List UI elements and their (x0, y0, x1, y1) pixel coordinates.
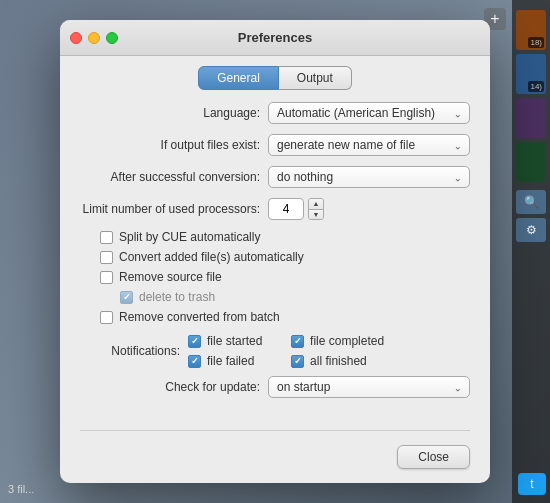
processors-label: Limit number of used processors: (80, 202, 260, 216)
processors-decrement[interactable]: ▼ (309, 210, 323, 220)
check-update-label: Check for update: (80, 380, 260, 394)
traffic-lights (70, 32, 118, 44)
language-control: Automatic (American English) (268, 102, 470, 124)
checkbox-split-cue[interactable] (100, 231, 113, 244)
notif-file-started-row: file started (188, 334, 281, 348)
notif-file-failed-row: file failed (188, 354, 281, 368)
checkbox-remove-source-row: Remove source file (100, 270, 470, 284)
tab-output[interactable]: Output (279, 66, 352, 90)
tabs-container: General Output (60, 56, 490, 98)
close-button[interactable]: Close (397, 445, 470, 469)
checkbox-remove-source-label: Remove source file (119, 270, 222, 284)
checkbox-remove-batch-label: Remove converted from batch (119, 310, 280, 324)
after-conversion-select-wrapper: do nothing open output folder quit appli… (268, 166, 470, 188)
maximize-traffic-light[interactable] (106, 32, 118, 44)
notif-all-finished-label: all finished (310, 354, 367, 368)
processors-input[interactable] (268, 198, 304, 220)
notifications-label: Notifications: (80, 344, 180, 358)
check-update-control: on startup daily weekly never (268, 376, 470, 398)
form-area: Language: Automatic (American English) I… (60, 98, 490, 424)
checkbox-delete-trash[interactable] (120, 291, 133, 304)
after-conversion-select[interactable]: do nothing open output folder quit appli… (268, 166, 470, 188)
preferences-dialog: Preferences General Output Language: Aut… (60, 20, 490, 483)
sidebar-thumb-3[interactable] (516, 98, 546, 138)
notif-file-failed-label: file failed (207, 354, 254, 368)
bottom-row: Close (60, 437, 490, 483)
notifications-grid: file started file completed file failed … (188, 334, 384, 368)
processors-increment[interactable]: ▲ (309, 199, 323, 210)
minimize-traffic-light[interactable] (88, 32, 100, 44)
checkbox-split-cue-label: Split by CUE automatically (119, 230, 260, 244)
notif-file-completed-checkbox[interactable] (291, 335, 304, 348)
sidebar-thumb-2[interactable]: 14) (516, 54, 546, 94)
processors-stepper-arrows: ▲ ▼ (308, 198, 324, 220)
sidebar-thumb-4[interactable] (516, 142, 546, 182)
after-conversion-label: After successful conversion: (80, 170, 260, 184)
divider (80, 430, 470, 431)
notif-file-failed-checkbox[interactable] (188, 355, 201, 368)
tab-general[interactable]: General (198, 66, 279, 90)
notif-file-started-checkbox[interactable] (188, 335, 201, 348)
notif-file-completed-label: file completed (310, 334, 384, 348)
checkbox-delete-trash-row: delete to trash (120, 290, 470, 304)
sidebar-right: 18) 14) 🔍 ⚙ (512, 0, 550, 503)
sidebar-files-label: 3 fil... (8, 483, 34, 495)
notifications-row: Notifications: file started file complet… (80, 334, 470, 368)
language-label: Language: (80, 106, 260, 120)
desktop-background: 18) 14) 🔍 ⚙ + 3 fil... t Pref (0, 0, 550, 503)
checkbox-convert-added[interactable] (100, 251, 113, 264)
checkbox-remove-batch-row: Remove converted from batch (100, 310, 470, 324)
sidebar-badge-2: 14) (528, 81, 544, 92)
processors-stepper: ▲ ▼ (268, 198, 470, 220)
after-conversion-row: After successful conversion: do nothing … (80, 166, 470, 188)
checkbox-convert-added-row: Convert added file(s) automatically (100, 250, 470, 264)
language-select[interactable]: Automatic (American English) (268, 102, 470, 124)
language-select-wrapper: Automatic (American English) (268, 102, 470, 124)
sidebar-thumb-1[interactable]: 18) (516, 10, 546, 50)
sidebar-search-btn[interactable]: 🔍 (516, 190, 546, 214)
output-files-select[interactable]: generate new name of file overwrite skip (268, 134, 470, 156)
output-files-row: If output files exist: generate new name… (80, 134, 470, 156)
close-traffic-light[interactable] (70, 32, 82, 44)
output-files-label: If output files exist: (80, 138, 260, 152)
processors-row: Limit number of used processors: ▲ ▼ (80, 198, 470, 220)
check-update-select-wrapper: on startup daily weekly never (268, 376, 470, 398)
check-update-select[interactable]: on startup daily weekly never (268, 376, 470, 398)
after-conversion-control: do nothing open output folder quit appli… (268, 166, 470, 188)
checkbox-delete-trash-label: delete to trash (139, 290, 215, 304)
check-update-row: Check for update: on startup daily weekl… (80, 376, 470, 398)
language-row: Language: Automatic (American English) (80, 102, 470, 124)
output-files-control: generate new name of file overwrite skip (268, 134, 470, 156)
sidebar-twitter-button[interactable]: t (518, 473, 546, 495)
notif-all-finished-checkbox[interactable] (291, 355, 304, 368)
checkboxes-area: Split by CUE automatically Convert added… (100, 230, 470, 324)
checkbox-remove-batch[interactable] (100, 311, 113, 324)
checkbox-remove-source[interactable] (100, 271, 113, 284)
title-bar: Preferences (60, 20, 490, 56)
notif-all-finished-row: all finished (291, 354, 384, 368)
notif-file-completed-row: file completed (291, 334, 384, 348)
sidebar-settings-btn[interactable]: ⚙ (516, 218, 546, 242)
processors-control: ▲ ▼ (268, 198, 470, 220)
notif-file-started-label: file started (207, 334, 262, 348)
dialog-title: Preferences (238, 30, 312, 45)
output-files-select-wrapper: generate new name of file overwrite skip (268, 134, 470, 156)
sidebar-badge-1: 18) (528, 37, 544, 48)
checkbox-split-cue-row: Split by CUE automatically (100, 230, 470, 244)
checkbox-convert-added-label: Convert added file(s) automatically (119, 250, 304, 264)
